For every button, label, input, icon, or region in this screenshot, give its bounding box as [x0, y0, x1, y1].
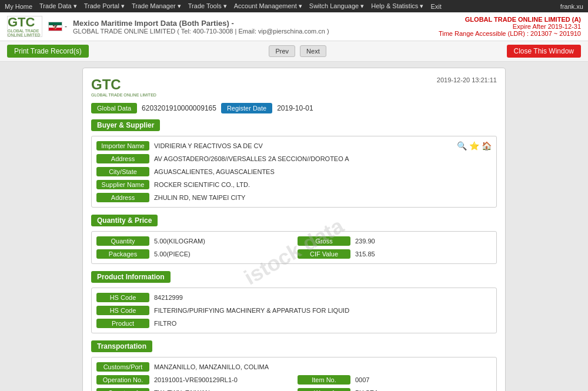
record-header: GTC GLOBAL TRADE ONLINE LIMITED 2019-12-… — [91, 76, 497, 97]
supplier-name-value: ROCKER SCIENTIFIC CO., LTD. — [154, 181, 492, 188]
nav-trade-manager[interactable]: Trade Manager ▾ — [132, 2, 181, 10]
hs-code-value-1: 84212999 — [154, 294, 492, 301]
packages-col: Packages 5.00(PIECE) — [96, 249, 290, 259]
nav-switch-language[interactable]: Switch Language ▾ — [309, 2, 364, 10]
quantity-price-inner: Quantity 5.00(KILOGRAM) Gross 239.90 Pac… — [91, 231, 497, 264]
prev-button-top[interactable]: Prev — [269, 45, 295, 57]
city-state-value: AGUASCALIENTES, AGUASCALIENTES — [154, 168, 492, 175]
operation-row: Operation No. 20191001-VRE900129RL1-0 It… — [96, 375, 492, 385]
nav-help-statistics[interactable]: Help & Statistics ▾ — [371, 2, 423, 10]
hs-code-row-2: HS Code FILTERING/PURIFYING MACHINERY & … — [96, 306, 492, 315]
mexico-flag — [48, 22, 62, 31]
operation-col: Operation No. 20191001-VRE900129RL1-0 — [96, 375, 290, 385]
supplier-name-row: Supplier Name ROCKER SCIENTIFIC CO., LTD… — [96, 180, 492, 189]
record-id: 6203201910000009165 — [142, 104, 216, 112]
close-button-top[interactable]: Close This Window — [507, 45, 581, 58]
quantity-price-title: Quantity & Price — [91, 215, 158, 226]
nav-trade-portal[interactable]: Trade Portal ▾ — [84, 2, 125, 10]
register-date-value: 2019-10-01 — [277, 104, 313, 112]
customs-port-label: Customs/Port — [96, 362, 149, 372]
product-info-section: Product Information HS Code 84212999 HS … — [91, 271, 497, 333]
nav-account-management[interactable]: Account Management ▾ — [234, 2, 302, 10]
flag-area: - — [48, 22, 67, 31]
item-label: Item No. — [298, 375, 350, 385]
page-title: Mexico Maritime Import Data (Both Partie… — [73, 19, 329, 28]
product-label: Product — [96, 319, 149, 328]
gross-label: Gross — [298, 236, 350, 246]
city-state-label: City/State — [96, 167, 149, 176]
print-button-top[interactable]: Print Trade Record(s) — [7, 45, 89, 58]
importer-address-value: AV AGOSTADERO/2608//VERSALLES 2A SECCION… — [154, 155, 492, 162]
nav-my-home[interactable]: My Home — [5, 3, 32, 10]
way-col: Way of BY SEA — [298, 388, 492, 391]
star-icon[interactable]: ⭐ — [469, 141, 479, 151]
country-col: Country of TW, TWN, TAIWAN — [96, 388, 290, 391]
gtc-logo-text: GTC — [8, 16, 42, 29]
top-nav: My Home Trade Data ▾ Trade Portal ▾ Trad… — [0, 0, 588, 12]
quantity-price-section: Quantity & Price Quantity 5.00(KILOGRAM)… — [91, 215, 497, 264]
quantity-col: Quantity 5.00(KILOGRAM) — [96, 236, 290, 246]
gtc-logo: GTC GLOBAL TRADE ONLINE LIMITED — [7, 16, 42, 37]
main-content: istock data GTC GLOBAL TRADE ONLINE LIMI… — [0, 62, 588, 391]
nav-exit[interactable]: Exit — [430, 3, 441, 10]
card-logo: GTC GLOBAL TRADE ONLINE LIMITED — [91, 76, 156, 97]
way-label: Way of — [298, 388, 350, 391]
nav-trade-tools[interactable]: Trade Tools ▾ — [188, 2, 227, 10]
packages-value: 5.00(PIECE) — [154, 250, 290, 258]
cif-label: CIF Value — [298, 249, 350, 259]
product-row: Product FILTRO — [96, 319, 492, 328]
item-col: Item No. 0007 — [298, 375, 492, 385]
buyer-supplier-inner: Importer Name VIDRIERIA Y REACTIVOS SA D… — [91, 136, 497, 208]
global-data-btn[interactable]: Global Data — [91, 103, 137, 113]
hs-code-label-1: HS Code — [96, 293, 149, 302]
global-data-row: Global Data 6203201910000009165 Register… — [91, 103, 497, 113]
supplier-address-row: Address ZHULIN RD, NEW TAIPEI CITY — [96, 193, 492, 202]
time-range: Time Range Accessible (LDR) : 201307 ~ 2… — [439, 30, 581, 37]
product-info-title: Product Information — [91, 271, 171, 283]
card-logo-text: GTC — [91, 76, 121, 93]
header: GTC GLOBAL TRADE ONLINE LIMITED - Mexico… — [0, 12, 588, 41]
card-logo-sub: GLOBAL TRADE ONLINE LIMITED — [91, 93, 156, 97]
company-name: GLOBAL TRADE ONLINE LIMITED (A) — [439, 16, 581, 23]
supplier-address-value: ZHULIN RD, NEW TAIPEI CITY — [154, 194, 492, 201]
quantity-row: Quantity 5.00(KILOGRAM) Gross 239.90 — [96, 236, 492, 246]
register-date-btn[interactable]: Register Date — [221, 103, 272, 113]
quantity-label: Quantity — [96, 236, 149, 246]
header-left: GTC GLOBAL TRADE ONLINE LIMITED - Mexico… — [7, 16, 329, 37]
importer-name-label: Importer Name — [96, 141, 149, 151]
item-value: 0007 — [355, 376, 492, 383]
cif-value: 315.85 — [355, 250, 492, 258]
buyer-supplier-section: Buyer & Supplier Importer Name VIDRIERIA… — [91, 119, 497, 208]
customs-port-row: Customs/Port MANZANILLO, MANZANILLO, COL… — [96, 362, 492, 372]
importer-name-row: Importer Name VIDRIERIA Y REACTIVOS SA D… — [96, 141, 492, 151]
page-subtitle: GLOBAL TRADE ONLINE LIMITED ( Tel: 400-7… — [73, 28, 329, 35]
nav-user: frank.xu — [560, 3, 583, 10]
product-value: FILTRO — [154, 320, 492, 327]
flag-separator: - — [65, 22, 67, 31]
supplier-address-label: Address — [96, 193, 149, 202]
quantity-value: 5.00(KILOGRAM) — [154, 238, 290, 245]
nav-buttons-top: Prev Next — [269, 45, 326, 57]
country-row: Country of TW, TWN, TAIWAN Way of BY SEA — [96, 388, 492, 391]
supplier-name-label: Supplier Name — [96, 180, 149, 189]
packages-row: Packages 5.00(PIECE) CIF Value 315.85 — [96, 249, 492, 259]
next-button-top[interactable]: Next — [300, 45, 326, 57]
search-icon[interactable]: 🔍 — [457, 141, 467, 151]
hs-code-row-1: HS Code 84212999 — [96, 293, 492, 302]
importer-address-row: Address AV AGOSTADERO/2608//VERSALLES 2A… — [96, 154, 492, 163]
importer-icons: 🔍 ⭐ 🏠 — [457, 141, 492, 151]
country-label: Country of — [96, 388, 149, 391]
transportation-inner: Customs/Port MANZANILLO, MANZANILLO, COL… — [91, 357, 497, 391]
operation-value: 20191001-VRE900129RL1-0 — [154, 376, 290, 383]
nav-trade-data[interactable]: Trade Data ▾ — [39, 2, 77, 10]
home-icon[interactable]: 🏠 — [482, 141, 492, 151]
importer-name-value: VIDRIERIA Y REACTIVOS SA DE CV — [154, 142, 452, 149]
expire-date: Expire After 2019-12-31 — [439, 23, 581, 30]
title-info: Mexico Maritime Import Data (Both Partie… — [73, 19, 329, 35]
customs-port-value: MANZANILLO, MANZANILLO, COLIMA — [154, 363, 492, 370]
gtc-logo-sub: GLOBAL TRADE ONLINE LIMITED — [8, 29, 42, 37]
hs-code-desc-value: FILTERING/PURIFYING MACHINERY & APPARATU… — [154, 307, 492, 314]
buyer-supplier-title: Buyer & Supplier — [91, 119, 160, 131]
top-actionbar: Print Trade Record(s) Prev Next Close Th… — [0, 41, 588, 62]
packages-label: Packages — [96, 249, 149, 259]
